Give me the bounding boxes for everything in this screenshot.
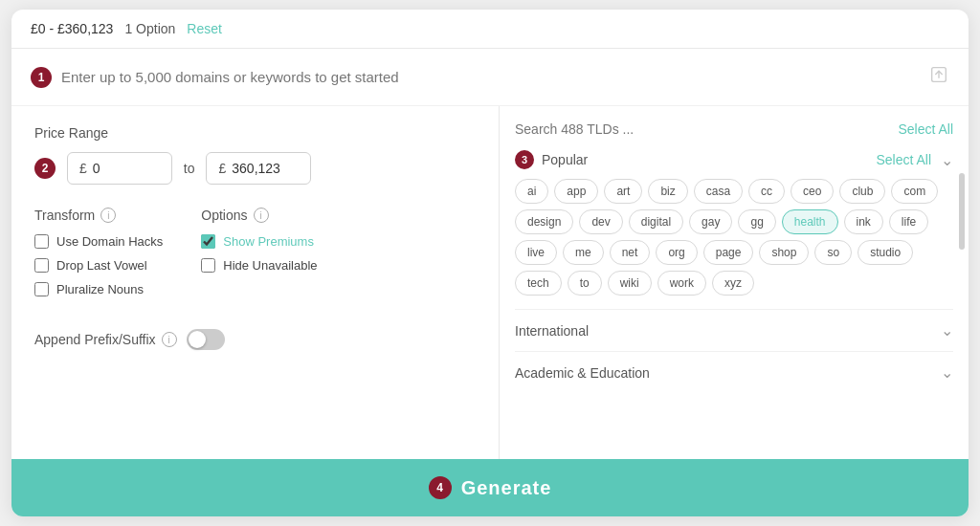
transform-options: Transform i Use Domain Hacks Drop Last V… [34,208,476,306]
price-min-input[interactable] [93,161,160,176]
domain-search-input[interactable] [61,69,919,85]
append-toggle[interactable] [187,329,225,350]
transform-section: Transform i Use Domain Hacks Drop Last V… [34,208,163,306]
academic-section[interactable]: Academic & Education ⌄ [515,351,953,393]
search-area: 1 [11,49,969,106]
tld-tag-ai[interactable]: ai [515,179,548,204]
popular-section-header: 3 Popular Select All ⌄ [515,150,953,169]
tld-tag-gg[interactable]: gg [738,209,775,234]
use-domain-hacks-item[interactable]: Use Domain Hacks [34,234,163,249]
tld-tag-club[interactable]: club [839,179,885,204]
use-domain-hacks-label: Use Domain Hacks [56,234,163,249]
generate-label: Generate [461,477,552,499]
main-container: £0 - £360,123 1 Option Reset 1 Price Ran… [11,10,969,516]
append-section: Append Prefix/Suffix i [34,329,476,350]
popular-controls: Select All ⌄ [876,151,953,169]
step-2-badge: 2 [34,158,56,179]
tld-tag-dev[interactable]: dev [579,209,622,234]
right-panel: Select All 3 Popular Select All ⌄ aiappa… [500,106,969,459]
tld-tag-health[interactable]: health [782,209,838,234]
tld-tag-casa[interactable]: casa [694,179,743,204]
upload-icon[interactable] [928,64,949,90]
international-title: International [515,323,589,339]
hide-unavailable-item[interactable]: Hide Unavailable [201,258,317,273]
popular-select-all[interactable]: Select All [876,152,931,167]
tld-tag-com[interactable]: com [891,179,938,204]
academic-title: Academic & Education [515,365,650,381]
international-section[interactable]: International ⌄ [515,309,953,351]
tld-search-bar: Select All [515,121,953,137]
drop-last-vowel-label: Drop Last Vowel [56,258,147,273]
pluralize-nouns-checkbox[interactable] [34,282,49,296]
tld-tag-so[interactable]: so [814,240,852,265]
tld-tags-container: aiappartbizcasaccceoclubcomdesigndevdigi… [515,179,953,296]
options-header: Options i [201,208,317,223]
append-title: Append Prefix/Suffix i [34,332,177,347]
use-domain-hacks-checkbox[interactable] [34,234,49,249]
tld-search-input[interactable] [515,121,898,137]
popular-title: Popular [542,152,588,167]
tld-tag-life[interactable]: life [889,209,928,234]
drop-last-vowel-checkbox[interactable] [34,258,49,273]
step-4-badge: 4 [429,476,452,499]
tld-tag-design[interactable]: design [515,209,573,234]
tld-tag-xyz[interactable]: xyz [712,271,754,296]
pluralize-nouns-label: Pluralize Nouns [56,282,144,296]
hide-unavailable-label: Hide Unavailable [223,258,317,273]
academic-chevron-icon: ⌄ [941,363,953,382]
tld-tag-digital[interactable]: digital [629,209,683,234]
transform-header: Transform i [34,208,163,223]
tld-tag-ceo[interactable]: ceo [791,179,834,204]
step-1-badge: 1 [31,67,52,88]
step-3-badge: 3 [515,150,534,169]
hide-unavailable-checkbox[interactable] [201,258,215,273]
append-info-icon[interactable]: i [162,332,177,347]
tld-tag-to[interactable]: to [568,271,602,296]
tld-tag-shop[interactable]: shop [759,240,809,265]
tld-tag-gay[interactable]: gay [689,209,732,234]
international-chevron-icon: ⌄ [941,321,953,340]
tld-tag-biz[interactable]: biz [648,179,687,204]
currency-symbol-min: £ [79,161,87,176]
tld-tag-wiki[interactable]: wiki [608,271,652,296]
show-premiums-label: Show Premiums [223,234,314,249]
transform-info-icon[interactable]: i [100,208,116,223]
top-bar: £0 - £360,123 1 Option Reset [11,10,969,49]
left-panel: Price Range 2 £ to £ [11,106,500,459]
price-max-wrapper: £ [206,152,311,185]
options-section: Options i Show Premiums Hide Unavailable [201,208,317,306]
tld-tag-tech[interactable]: tech [515,271,562,296]
tld-tag-studio[interactable]: studio [858,240,913,265]
price-inputs: 2 £ to £ [34,152,476,185]
tld-tag-cc[interactable]: cc [748,179,785,204]
scrollbar[interactable] [959,154,965,459]
tld-tag-me[interactable]: me [563,240,604,265]
popular-section: 3 Popular Select All ⌄ aiappartbizcasacc… [515,150,953,296]
reset-button[interactable]: Reset [187,21,222,36]
price-min-wrapper: £ [67,152,172,185]
tld-tag-ink[interactable]: ink [844,209,883,234]
tld-tag-org[interactable]: org [656,240,697,265]
show-premiums-checkbox[interactable] [201,234,215,249]
price-range-title: Price Range [34,125,476,141]
tld-tag-net[interactable]: net [610,240,651,265]
popular-chevron-icon[interactable]: ⌄ [941,151,953,169]
price-range-section: Price Range 2 £ to £ [34,125,476,185]
pluralize-nouns-item[interactable]: Pluralize Nouns [34,282,163,296]
tld-tag-work[interactable]: work [657,271,706,296]
tld-tag-art[interactable]: art [604,179,642,204]
price-max-input[interactable] [232,161,299,176]
option-count: 1 Option [124,21,175,36]
show-premiums-item[interactable]: Show Premiums [201,234,317,249]
tld-tag-page[interactable]: page [703,240,754,265]
select-all-button[interactable]: Select All [898,121,953,137]
main-content: Price Range 2 £ to £ [11,106,969,459]
tld-tag-live[interactable]: live [515,240,557,265]
options-info-icon[interactable]: i [254,208,269,223]
generate-bar[interactable]: 4 Generate [11,459,969,516]
price-range-display: £0 - £360,123 [31,21,113,36]
drop-last-vowel-item[interactable]: Drop Last Vowel [34,258,163,273]
scrollbar-thumb [959,173,965,250]
tld-tag-app[interactable]: app [554,179,598,204]
to-label: to [184,161,195,176]
